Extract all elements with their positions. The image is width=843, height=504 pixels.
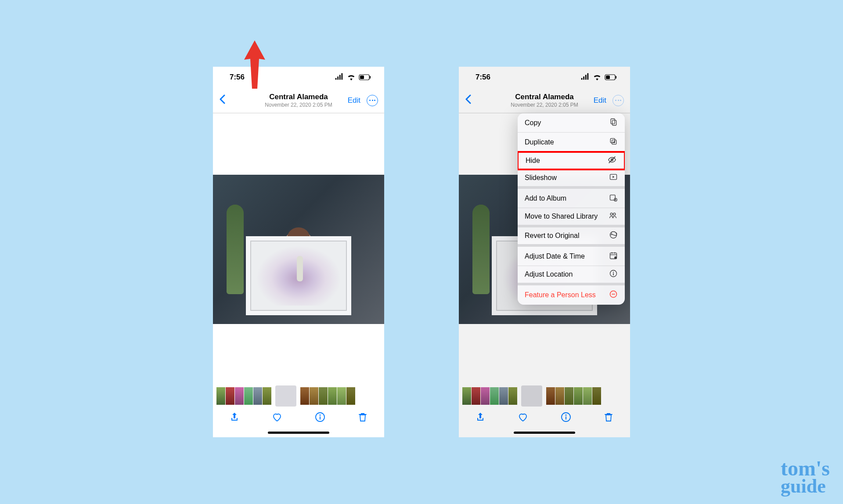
slideshow-icon bbox=[609, 173, 618, 183]
location-icon bbox=[609, 269, 618, 280]
nav-title: Central Alameda bbox=[265, 93, 332, 101]
battery-icon bbox=[359, 74, 371, 80]
menu-item-revert-to-original[interactable]: Revert to Original bbox=[518, 227, 625, 247]
info-button[interactable] bbox=[315, 412, 325, 424]
menu-item-adjust-location[interactable]: Adjust Location bbox=[518, 266, 625, 285]
svg-rect-20 bbox=[610, 195, 616, 200]
svg-point-5 bbox=[319, 414, 321, 416]
menu-item-label: Duplicate bbox=[525, 138, 554, 146]
menu-item-label: Copy bbox=[525, 119, 541, 127]
share-button[interactable] bbox=[229, 412, 240, 424]
edit-button[interactable]: Edit bbox=[348, 96, 360, 105]
svg-rect-13 bbox=[611, 119, 615, 124]
context-menu: CopyDuplicateHideSlideshowAdd to AlbumMo… bbox=[518, 113, 625, 305]
minus-circle-icon bbox=[609, 290, 618, 300]
menu-item-copy[interactable]: Copy bbox=[518, 113, 625, 133]
svg-rect-2 bbox=[360, 76, 364, 79]
photo-viewer[interactable] bbox=[213, 113, 384, 385]
status-bar: 7:56 bbox=[213, 67, 384, 88]
menu-item-label: Adjust Location bbox=[525, 270, 573, 278]
more-button[interactable] bbox=[367, 95, 378, 106]
bottom-toolbar bbox=[213, 407, 384, 429]
nav-subtitle: November 22, 2020 2:05 PM bbox=[265, 102, 332, 108]
menu-item-label: Adjust Date & Time bbox=[525, 252, 585, 260]
svg-rect-6 bbox=[320, 417, 321, 420]
hide-icon bbox=[607, 155, 617, 166]
shared-library-icon bbox=[608, 211, 618, 222]
back-button[interactable] bbox=[219, 94, 225, 107]
home-indicator[interactable] bbox=[268, 432, 329, 434]
photo-content bbox=[213, 175, 384, 324]
selected-thumb[interactable] bbox=[275, 385, 296, 407]
nav-bar: Central Alameda November 22, 2020 2:05 P… bbox=[213, 88, 384, 113]
wifi-icon bbox=[346, 72, 356, 82]
svg-point-26 bbox=[614, 256, 617, 259]
menu-item-label: Feature a Person Less bbox=[525, 291, 596, 299]
menu-item-add-to-album[interactable]: Add to Album bbox=[518, 189, 625, 208]
menu-item-label: Add to Album bbox=[525, 194, 566, 202]
svg-point-28 bbox=[613, 272, 614, 273]
cellular-icon bbox=[334, 72, 344, 82]
watermark-line1: tom's bbox=[781, 459, 830, 478]
svg-point-22 bbox=[610, 213, 612, 215]
screenshot-1: 7:56 Central Alameda November 22, 2020 2… bbox=[213, 67, 384, 437]
menu-item-label: Move to Shared Library bbox=[525, 212, 598, 220]
menu-item-adjust-date-time[interactable]: Adjust Date & Time bbox=[518, 247, 625, 266]
svg-point-23 bbox=[613, 213, 616, 215]
status-time: 7:56 bbox=[230, 73, 245, 82]
watermark: tom's guide bbox=[781, 459, 830, 495]
svg-rect-3 bbox=[370, 76, 371, 79]
screenshot-2: 7:56 Central Alameda November 22, 2020 2… bbox=[459, 67, 630, 437]
menu-item-duplicate[interactable]: Duplicate bbox=[518, 133, 625, 152]
svg-rect-14 bbox=[612, 120, 616, 125]
menu-item-label: Revert to Original bbox=[525, 232, 580, 240]
copy-icon bbox=[609, 118, 618, 128]
menu-item-label: Slideshow bbox=[525, 174, 557, 182]
revert-icon bbox=[609, 230, 618, 241]
watermark-line2: guide bbox=[781, 478, 830, 495]
filmstrip[interactable] bbox=[213, 385, 384, 407]
favorite-button[interactable] bbox=[272, 412, 282, 424]
menu-item-slideshow[interactable]: Slideshow bbox=[518, 169, 625, 189]
trash-button[interactable] bbox=[357, 412, 368, 424]
add-album-icon bbox=[609, 193, 618, 204]
duplicate-icon bbox=[609, 137, 618, 148]
menu-item-move-to-shared-library[interactable]: Move to Shared Library bbox=[518, 208, 625, 227]
calendar-icon bbox=[609, 251, 618, 262]
ellipsis-icon bbox=[369, 100, 375, 101]
menu-item-label: Hide bbox=[526, 157, 540, 165]
menu-item-feature-a-person-less[interactable]: Feature a Person Less bbox=[518, 285, 625, 305]
svg-rect-29 bbox=[613, 273, 614, 275]
menu-item-hide[interactable]: Hide bbox=[518, 151, 625, 170]
